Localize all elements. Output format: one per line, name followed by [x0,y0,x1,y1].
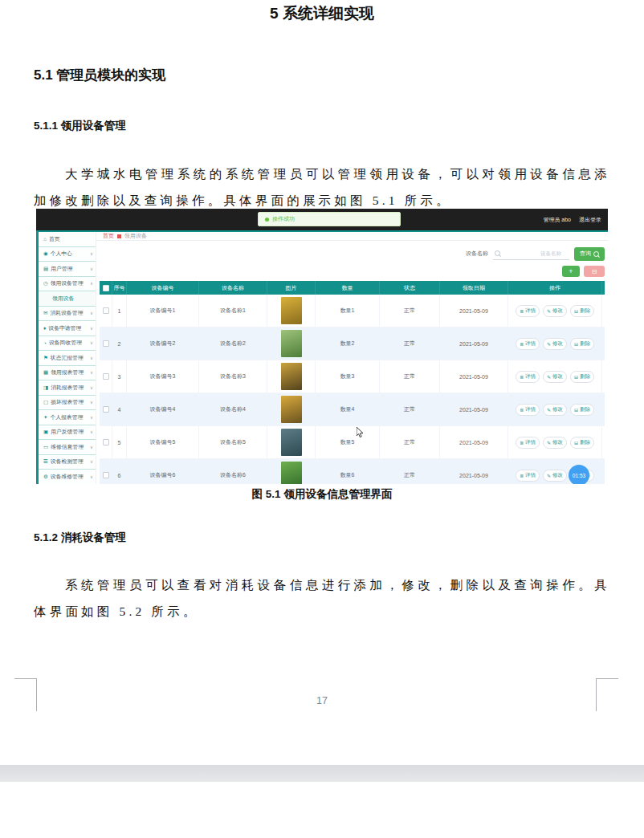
detail-button[interactable]: ≣详情 [516,338,540,350]
equipment-photo-cell [267,459,316,484]
floating-timer-badge[interactable]: 01:53 [569,465,589,484]
chevron-icon: ∧ [90,281,93,286]
batch-delete-button[interactable]: ⊟ [584,266,605,277]
sidebar-item[interactable]: ▦领用报表管理∨ [39,366,96,381]
row-checkbox[interactable] [103,373,109,380]
row-checkbox[interactable] [103,307,109,314]
logout-link[interactable]: 退出登录 [579,216,601,224]
equipment-code-cell: 设备编号1 [127,295,199,327]
edit-button[interactable]: ✎修改 [543,404,567,416]
sidebar-item[interactable]: ⌂首页 [39,232,96,247]
detail-button[interactable]: ≣详情 [516,404,540,416]
delete-button[interactable]: ⊟删除 [570,338,594,350]
edit-button[interactable]: ✎修改 [543,437,567,449]
sidebar-item[interactable]: ✦个人报表管理∨ [39,410,96,425]
chevron-icon: ∨ [90,326,93,331]
search-label: 设备名称 [466,250,488,258]
sidebar-item[interactable]: ▤用户管理∨ [39,262,96,277]
row-select-cell [100,393,112,425]
figure-screenshot: 操作成功 管理员 abo 退出登录 ⌂首页◉个人中心∨▤用户管理∨◷领用设备管理… [36,209,608,484]
row-checkbox[interactable] [103,472,109,478]
current-user[interactable]: 管理员 abo [543,216,571,224]
actions-cell: ≣详情✎修改⊟删除 [508,327,602,360]
body-paragraph-1: 大学城水电管理系统的系统管理员可以管理领用设备，可以对领用设备信息添加修改删除以… [34,161,610,214]
delete-button[interactable]: ⊟删除 [570,404,594,416]
edit-button[interactable]: ✎修改 [543,470,567,482]
search-input[interactable] [493,248,569,259]
detail-button[interactable]: ≣详情 [516,371,540,383]
action-label: 删除 [580,340,590,348]
row-select-cell [100,327,112,360]
equipment-name-cell: 设备名称1 [199,295,267,327]
chevron-icon: ∨ [90,311,93,315]
sidebar-item[interactable]: ☰设备检测管理∨ [39,455,96,470]
timer-icon: ◔ [43,340,47,346]
action-label: 删除 [580,307,590,315]
sidebar-item-label: 消耗设备管理 [50,309,83,317]
equipment-name-cell: 设备名称6 [199,459,267,484]
detail-icon: ≣ [520,440,524,445]
breadcrumb: 首页 领用设备 [96,232,608,241]
delete-button[interactable]: ⊟删除 [570,371,594,383]
chevron-icon: ∨ [90,474,93,479]
query-button[interactable]: 查询 [574,247,605,261]
sidebar-item[interactable]: ◔设备回收管理∨ [39,336,96,352]
breadcrumb-home[interactable]: 首页 [103,232,114,240]
equipment-photo-cell [267,393,316,425]
detail-icon: ≣ [520,407,524,413]
action-label: 详情 [525,439,536,446]
home-icon: ⌂ [43,236,47,242]
row-checkbox[interactable] [103,340,109,347]
sidebar-item[interactable]: ▢损坏报表管理∨ [39,396,96,411]
sidebar-item-label: 状态汇报管理 [51,354,84,362]
sidebar-item[interactable]: ◨消耗报表管理∨ [39,380,96,396]
equipment-photo [281,429,302,456]
delete-icon: ⊟ [574,374,578,380]
search-field-wrap [493,248,569,260]
sidebar-item[interactable]: ◉个人中心∨ [39,247,96,262]
chevron-icon: ∨ [90,445,93,450]
detail-button[interactable]: ≣详情 [516,470,540,482]
sidebar-item-label: 领用设备 [52,295,74,303]
date-cell: 2021-05-09 [440,360,508,393]
sidebar-item[interactable]: ⚑状态汇报管理∨ [39,351,96,366]
sidebar-item[interactable]: ▭维修信息管理∨ [39,440,96,455]
sidebar-item-label: 设备检测管理 [51,458,84,466]
sidebar-item-label: 个人报表管理 [50,413,83,421]
delete-button[interactable]: ⊟删除 [570,437,594,449]
edit-button[interactable]: ✎修改 [543,305,567,317]
box-icon: ▢ [43,399,48,405]
detail-icon: ≣ [520,308,524,314]
sidebar-item[interactable]: ▣用户反馈管理∨ [39,425,96,441]
equipment-name-cell: 设备名称4 [199,393,267,425]
equipment-code-cell: 设备编号6 [127,459,199,484]
row-select-cell [100,295,112,327]
detail-button[interactable]: ≣详情 [516,305,540,317]
sidebar-item[interactable]: ◷领用设备管理∧ [39,277,96,292]
edit-button[interactable]: ✎修改 [543,338,567,350]
column-header: 序号 [112,281,127,295]
equipment-photo [281,396,302,423]
edit-button[interactable]: ✎修改 [543,371,567,383]
status-cell: 正常 [380,426,440,458]
add-button[interactable]: + [562,266,580,277]
sidebar-item[interactable]: ♦设备申请管理∨ [39,321,96,336]
action-label: 修改 [552,340,563,348]
equipment-code-cell: 设备编号2 [127,327,199,360]
subsection-heading-1: 5.1.1 领用设备管理 [34,119,126,133]
row-index-cell: 1 [112,295,127,327]
detail-button[interactable]: ≣详情 [516,437,540,449]
delete-button[interactable]: ⊟删除 [570,305,594,317]
sidebar-item[interactable]: ✉消耗设备管理∨ [39,307,96,322]
action-label: 修改 [552,373,563,380]
select-all-checkbox[interactable] [103,285,109,291]
row-checkbox[interactable] [103,406,109,413]
sidebar-item[interactable]: ⚙设备维修管理∨ [39,470,96,484]
sidebar-item[interactable]: 领用设备 [39,291,96,307]
equipment-photo-cell [267,327,316,360]
chevron-icon: ∨ [90,385,93,390]
row-checkbox[interactable] [103,439,109,445]
actions-cell: ≣详情✎修改⊟删除 [508,393,602,425]
action-label: 修改 [552,406,563,413]
sidebar-item-label: 损坏报表管理 [51,398,84,406]
